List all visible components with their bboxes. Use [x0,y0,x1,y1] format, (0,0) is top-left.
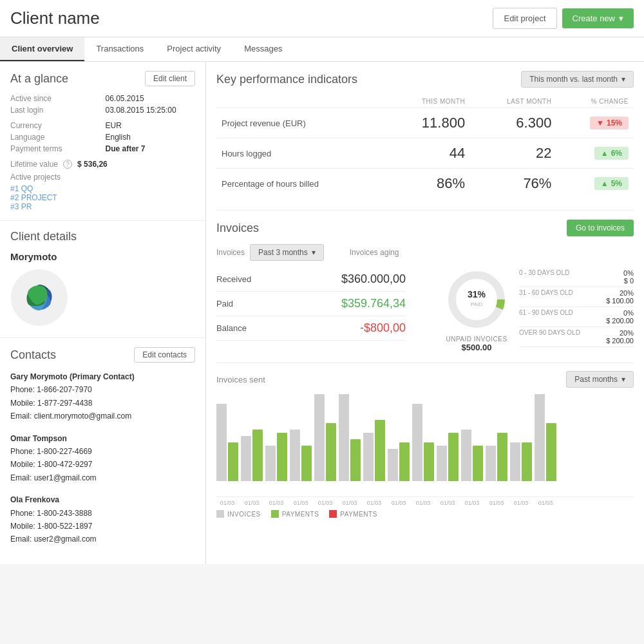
invoices-period-dropdown[interactable]: Past 3 months ▾ [250,244,324,261]
bar-group-7 [363,420,385,481]
legend-box-invoices [216,510,224,518]
bar-green-7 [375,420,385,481]
tab-messages[interactable]: Messages [232,37,294,61]
kpi-row-revenue-this-month: 11.800 [386,108,470,138]
active-projects-label: Active projects [10,173,195,182]
bar-green-9 [424,442,434,481]
bar-gray-12 [486,446,496,481]
invoice-received-row: Received $360.000,00 [216,267,406,292]
bar-green-5 [326,423,336,481]
balance-value: -$800,00 [360,321,406,335]
legend-box-payments-red [329,510,337,518]
bar-green-14 [546,423,556,481]
help-icon[interactable]: ? [63,160,72,169]
kpi-row-hours-label: Hours logged [216,138,386,169]
paid-label: Paid [216,299,233,308]
bar-group-1 [216,404,238,481]
legend-box-payments-green [271,510,279,518]
unpaid-amount: $500.00 [446,343,507,352]
contact-phone-3: Phone: 1-800-243-3888 [10,507,195,520]
bar-green-13 [522,442,532,481]
at-a-glance-info: Active since 06.05.2015 Last login 03.08… [10,94,195,115]
kpi-col-this-month: THIS MONTH [386,95,470,108]
arrow-up-icon-2: ▲ [601,179,609,188]
currency-value: EUR [106,121,196,130]
right-panel: Key performance indicators This month vs… [206,62,644,564]
contact-email-1: Email: client.morymoto@gmail.com [10,410,195,422]
bar-green-10 [448,433,459,481]
main-layout: At a glance Edit client Active since 06.… [0,62,644,564]
kpi-dropdown-button[interactable]: This month vs. last month ▾ [521,71,634,88]
client-name: Morymoto [10,251,195,262]
bar-gray-14 [535,394,545,481]
bar-group-5 [314,394,336,481]
tab-project-activity[interactable]: Project activity [155,37,232,61]
lifetime-row: Lifetime value ? $ 536,26 [10,160,195,169]
at-a-glance-title: At a glance [10,72,68,86]
bar-group-9 [412,404,434,481]
unpaid-area: UNPAID INVOICES $500.00 [446,336,507,352]
donut-chart: 31% PAID UNPAID INVOICES $500.00 [444,267,509,352]
chevron-down-icon: ▾ [621,375,625,384]
bar-green-11 [473,446,483,481]
bar-green-6 [350,439,361,481]
tabs-bar: Client overview Transactions Project act… [0,37,644,62]
tab-client-overview[interactable]: Client overview [0,37,84,61]
kpi-row-billed-label: Percentage of hours billed [216,169,386,199]
legend-invoices: INVOICES [216,510,261,518]
aging-row-2: 31 - 60 DAYS OLD 20% $ 100.00 [519,287,634,307]
header: Client name Edit project Create new ▾ [0,0,644,37]
project-link-1[interactable]: #1 QQ [10,184,195,193]
active-since-value: 06.05.2015 [106,94,196,103]
invoice-aging-area: 31% PAID UNPAID INVOICES $500.00 0 - [444,267,634,352]
lifetime-value: $ 536,26 [77,160,108,169]
tab-transactions[interactable]: Transactions [84,37,155,61]
page-title: Client name [10,8,100,28]
client-details-section: Client details Morymoto [0,221,205,338]
bar-chart-container: 01/03 01/03 01/03 01/03 01/03 01/03 01/0… [216,394,634,506]
at-a-glance-section: At a glance Edit client Active since 06.… [0,62,205,221]
project-link-3[interactable]: #3 PR [10,202,195,211]
svg-text:PAID: PAID [471,301,482,307]
invoice-paid-row: Paid $359.764,34 [216,292,406,316]
kpi-row-hours: Hours logged 44 22 ▲ 6% [216,138,634,169]
bar-gray-2 [241,436,251,481]
received-value: $360.000,00 [341,272,406,286]
payment-terms-value: Due after 7 [106,144,196,153]
bar-green-8 [399,442,410,481]
bar-gray-3 [265,446,276,481]
create-new-button[interactable]: Create new ▾ [562,8,634,28]
kpi-row-hours-this-month: 44 [386,138,470,169]
kpi-row-billed-last-month: 76% [470,169,556,199]
kpi-col-pct-change: % CHANGE [556,95,634,108]
aging-row-4: OVER 90 DAYS OLD 20% $ 200.00 [519,327,634,347]
last-login-label: Last login [10,106,100,115]
edit-contacts-button[interactable]: Edit contacts [134,347,195,363]
contact-entry-3: Ola Frenkova Phone: 1-800-243-3888 Mobil… [10,493,195,546]
bar-gray-9 [412,404,422,481]
left-panel: At a glance Edit client Active since 06.… [0,62,206,564]
active-since-label: Active since [10,94,100,103]
invoices-title: Invoices [216,222,259,235]
edit-client-button[interactable]: Edit client [145,71,195,86]
contact-phone-2: Phone: 1-800-227-4669 [10,445,195,458]
bar-group-6 [339,394,361,481]
chart-period-dropdown[interactable]: Past months ▾ [566,371,634,388]
aging-area: 31% PAID UNPAID INVOICES $500.00 0 - [444,267,634,352]
go-to-invoices-button[interactable]: Go to invoices [567,220,634,236]
bar-group-8 [388,442,410,481]
legend-payments-green: PAYMENTS [271,510,319,518]
edit-project-button[interactable]: Edit project [493,8,556,29]
bar-group-3 [265,433,287,481]
bar-green-4 [301,446,312,481]
contact-entry-1: Gary Morymoto (Primary Contact) Phone: 1… [10,370,195,423]
chart-legend: INVOICES PAYMENTS PAYMENTS [216,510,634,518]
aging-legend: 0 - 30 DAYS OLD 0% $ 0 31 - 60 DAYS OLD … [519,267,634,347]
chevron-down-icon: ▾ [621,75,625,84]
project-link-2[interactable]: #2 PROJECT [10,193,195,202]
payment-terms-label: Payment terms [10,144,100,153]
unpaid-label: UNPAID INVOICES [446,336,507,343]
invoices-sub-label: Invoices [216,248,245,257]
contact-name-2: Omar Tompson [10,432,195,445]
bar-gray-8 [388,449,398,481]
